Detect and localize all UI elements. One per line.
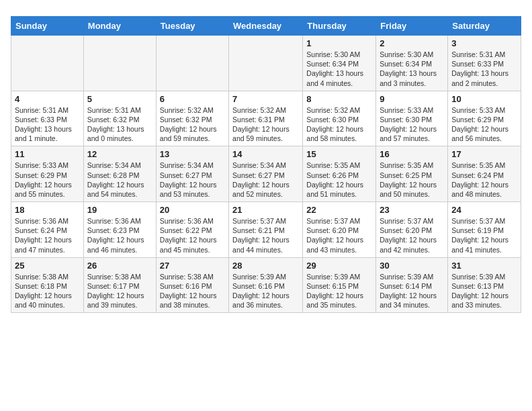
day-cell: 10Sunrise: 5:33 AM Sunset: 6:29 PM Dayli… <box>448 91 521 146</box>
day-info: Sunrise: 5:33 AM Sunset: 6:30 PM Dayligh… <box>380 105 444 144</box>
day-number: 31 <box>451 261 517 271</box>
day-info: Sunrise: 5:37 AM Sunset: 6:20 PM Dayligh… <box>380 216 444 255</box>
day-cell: 27Sunrise: 5:38 AM Sunset: 6:16 PM Dayli… <box>156 257 228 313</box>
day-cell: 16Sunrise: 5:35 AM Sunset: 6:25 PM Dayli… <box>376 146 448 202</box>
day-number: 15 <box>306 149 372 159</box>
day-info: Sunrise: 5:39 AM Sunset: 6:16 PM Dayligh… <box>232 272 299 310</box>
day-info: Sunrise: 5:34 AM Sunset: 6:28 PM Dayligh… <box>87 161 152 199</box>
day-info: Sunrise: 5:31 AM Sunset: 6:33 PM Dayligh… <box>15 105 80 144</box>
header-cell-saturday: Saturday <box>448 17 521 36</box>
week-row-5: 25Sunrise: 5:38 AM Sunset: 6:18 PM Dayli… <box>11 257 521 313</box>
day-number: 26 <box>87 261 152 271</box>
day-cell: 21Sunrise: 5:37 AM Sunset: 6:21 PM Dayli… <box>229 202 303 258</box>
day-cell: 6Sunrise: 5:32 AM Sunset: 6:32 PM Daylig… <box>156 91 228 146</box>
day-info: Sunrise: 5:37 AM Sunset: 6:19 PM Dayligh… <box>451 216 517 255</box>
day-number: 30 <box>380 261 444 271</box>
day-info: Sunrise: 5:38 AM Sunset: 6:16 PM Dayligh… <box>160 272 225 310</box>
day-info: Sunrise: 5:37 AM Sunset: 6:21 PM Dayligh… <box>232 216 299 255</box>
day-info: Sunrise: 5:33 AM Sunset: 6:29 PM Dayligh… <box>451 105 517 144</box>
day-number: 11 <box>15 149 80 159</box>
day-number: 20 <box>160 205 225 215</box>
day-cell: 24Sunrise: 5:37 AM Sunset: 6:19 PM Dayli… <box>448 202 521 258</box>
calendar-header: SundayMondayTuesdayWednesdayThursdayFrid… <box>11 17 521 36</box>
day-info: Sunrise: 5:32 AM Sunset: 6:32 PM Dayligh… <box>160 105 225 144</box>
day-cell <box>229 36 303 91</box>
day-cell: 2Sunrise: 5:30 AM Sunset: 6:34 PM Daylig… <box>376 36 448 91</box>
day-info: Sunrise: 5:39 AM Sunset: 6:14 PM Dayligh… <box>380 272 444 310</box>
week-row-2: 4Sunrise: 5:31 AM Sunset: 6:33 PM Daylig… <box>11 91 521 146</box>
header-cell-sunday: Sunday <box>11 17 84 36</box>
day-number: 9 <box>380 94 444 104</box>
header-cell-thursday: Thursday <box>303 17 376 36</box>
day-info: Sunrise: 5:36 AM Sunset: 6:22 PM Dayligh… <box>160 216 225 255</box>
day-number: 8 <box>306 94 372 104</box>
header-cell-friday: Friday <box>376 17 448 36</box>
day-cell: 7Sunrise: 5:32 AM Sunset: 6:31 PM Daylig… <box>229 91 303 146</box>
day-number: 25 <box>15 261 80 271</box>
day-number: 5 <box>87 94 152 104</box>
header-cell-monday: Monday <box>83 17 156 36</box>
day-number: 19 <box>87 205 152 215</box>
day-cell: 28Sunrise: 5:39 AM Sunset: 6:16 PM Dayli… <box>229 257 303 313</box>
day-info: Sunrise: 5:36 AM Sunset: 6:24 PM Dayligh… <box>15 216 80 255</box>
header-row: SundayMondayTuesdayWednesdayThursdayFrid… <box>11 17 521 36</box>
day-cell: 3Sunrise: 5:31 AM Sunset: 6:33 PM Daylig… <box>448 36 521 91</box>
day-cell: 19Sunrise: 5:36 AM Sunset: 6:23 PM Dayli… <box>83 202 156 258</box>
day-number: 3 <box>451 38 517 48</box>
day-cell: 1Sunrise: 5:30 AM Sunset: 6:34 PM Daylig… <box>303 36 376 91</box>
day-info: Sunrise: 5:34 AM Sunset: 6:27 PM Dayligh… <box>160 161 225 199</box>
day-cell: 9Sunrise: 5:33 AM Sunset: 6:30 PM Daylig… <box>376 91 448 146</box>
day-number: 16 <box>380 149 444 159</box>
day-number: 7 <box>232 94 299 104</box>
day-cell: 23Sunrise: 5:37 AM Sunset: 6:20 PM Dayli… <box>376 202 448 258</box>
day-number: 13 <box>160 149 225 159</box>
header-cell-tuesday: Tuesday <box>156 17 228 36</box>
day-info: Sunrise: 5:33 AM Sunset: 6:29 PM Dayligh… <box>15 161 80 199</box>
day-cell: 18Sunrise: 5:36 AM Sunset: 6:24 PM Dayli… <box>11 202 84 258</box>
day-cell: 13Sunrise: 5:34 AM Sunset: 6:27 PM Dayli… <box>156 146 228 202</box>
day-info: Sunrise: 5:37 AM Sunset: 6:20 PM Dayligh… <box>306 216 372 255</box>
day-info: Sunrise: 5:32 AM Sunset: 6:31 PM Dayligh… <box>232 105 299 144</box>
day-number: 17 <box>451 149 517 159</box>
day-cell: 4Sunrise: 5:31 AM Sunset: 6:33 PM Daylig… <box>11 91 84 146</box>
day-number: 29 <box>306 261 372 271</box>
day-info: Sunrise: 5:39 AM Sunset: 6:13 PM Dayligh… <box>451 272 517 310</box>
day-info: Sunrise: 5:38 AM Sunset: 6:17 PM Dayligh… <box>87 272 152 310</box>
day-cell <box>156 36 228 91</box>
day-cell: 15Sunrise: 5:35 AM Sunset: 6:26 PM Dayli… <box>303 146 376 202</box>
day-number: 12 <box>87 149 152 159</box>
day-number: 10 <box>451 94 517 104</box>
day-number: 18 <box>15 205 80 215</box>
day-number: 27 <box>160 261 225 271</box>
day-number: 6 <box>160 94 225 104</box>
day-number: 2 <box>380 38 444 48</box>
week-row-1: 1Sunrise: 5:30 AM Sunset: 6:34 PM Daylig… <box>11 36 521 91</box>
day-info: Sunrise: 5:36 AM Sunset: 6:23 PM Dayligh… <box>87 216 152 255</box>
day-cell <box>11 36 84 91</box>
day-info: Sunrise: 5:35 AM Sunset: 6:25 PM Dayligh… <box>380 161 444 199</box>
day-info: Sunrise: 5:31 AM Sunset: 6:32 PM Dayligh… <box>87 105 152 144</box>
day-cell: 25Sunrise: 5:38 AM Sunset: 6:18 PM Dayli… <box>11 257 84 313</box>
day-info: Sunrise: 5:30 AM Sunset: 6:34 PM Dayligh… <box>380 50 444 88</box>
day-number: 1 <box>306 38 372 48</box>
day-info: Sunrise: 5:32 AM Sunset: 6:30 PM Dayligh… <box>306 105 372 144</box>
day-cell: 5Sunrise: 5:31 AM Sunset: 6:32 PM Daylig… <box>83 91 156 146</box>
day-number: 23 <box>380 205 444 215</box>
day-info: Sunrise: 5:39 AM Sunset: 6:15 PM Dayligh… <box>306 272 372 310</box>
day-cell: 11Sunrise: 5:33 AM Sunset: 6:29 PM Dayli… <box>11 146 84 202</box>
day-number: 22 <box>306 205 372 215</box>
day-number: 21 <box>232 205 299 215</box>
day-info: Sunrise: 5:35 AM Sunset: 6:26 PM Dayligh… <box>306 161 372 199</box>
day-info: Sunrise: 5:38 AM Sunset: 6:18 PM Dayligh… <box>15 272 80 310</box>
day-number: 28 <box>232 261 299 271</box>
day-cell: 12Sunrise: 5:34 AM Sunset: 6:28 PM Dayli… <box>83 146 156 202</box>
week-row-4: 18Sunrise: 5:36 AM Sunset: 6:24 PM Dayli… <box>11 202 521 258</box>
day-cell: 26Sunrise: 5:38 AM Sunset: 6:17 PM Dayli… <box>83 257 156 313</box>
day-cell: 22Sunrise: 5:37 AM Sunset: 6:20 PM Dayli… <box>303 202 376 258</box>
day-info: Sunrise: 5:34 AM Sunset: 6:27 PM Dayligh… <box>232 161 299 199</box>
day-number: 24 <box>451 205 517 215</box>
day-info: Sunrise: 5:30 AM Sunset: 6:34 PM Dayligh… <box>306 50 372 88</box>
day-number: 14 <box>232 149 299 159</box>
day-cell: 14Sunrise: 5:34 AM Sunset: 6:27 PM Dayli… <box>229 146 303 202</box>
day-cell: 29Sunrise: 5:39 AM Sunset: 6:15 PM Dayli… <box>303 257 376 313</box>
